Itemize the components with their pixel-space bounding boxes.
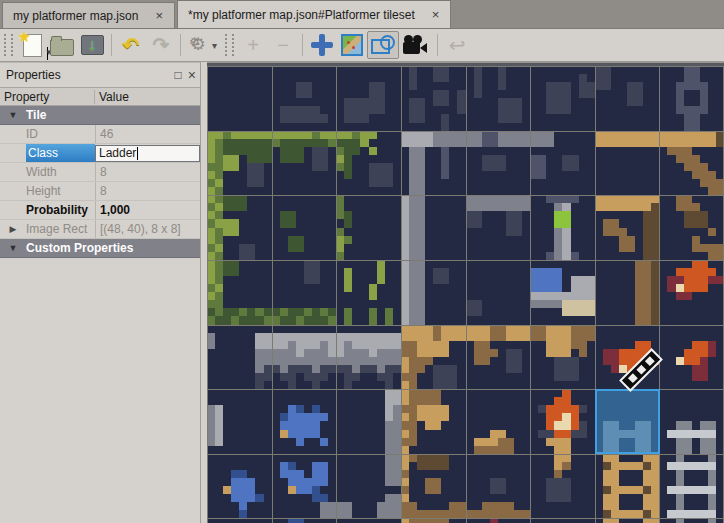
properties-panel: Properties □ × Property Value ▼ Tile ID …	[0, 62, 201, 523]
automapping-button[interactable]: ⚙ ⚙	[185, 31, 211, 59]
float-panel-icon[interactable]: □	[175, 69, 182, 81]
tab-label: my platformer map.json	[13, 9, 138, 23]
class-value-input[interactable]: Ladder	[95, 145, 200, 162]
plus-icon: +	[247, 35, 259, 55]
tileset-view[interactable]	[207, 62, 724, 523]
tile-animation-editor-button[interactable]	[399, 31, 433, 59]
folder-icon	[50, 39, 74, 56]
group-label: Custom Properties	[26, 241, 133, 255]
property-row-probability[interactable]: Probability 1,000	[0, 201, 200, 220]
property-row-class[interactable]: Class Ladder	[0, 144, 200, 163]
toolbar-grip-handle[interactable]	[225, 34, 234, 56]
property-row-id[interactable]: ID 46	[0, 125, 200, 144]
map-image-icon	[341, 34, 363, 56]
minus-icon: −	[277, 35, 289, 55]
new-file-button[interactable]: ★ ▾	[17, 31, 47, 59]
tab-tileset-document[interactable]: *my platformer map.json#Platformer tiles…	[177, 0, 451, 28]
property-label: Height	[26, 182, 95, 200]
save-button[interactable]: ↓	[77, 31, 107, 59]
tile-collision-editor-button[interactable]	[367, 31, 399, 59]
property-value: [(48, 40), 8 x 8]	[95, 220, 200, 238]
app-window: { "tabs": [ {"label": "my platformer map…	[0, 0, 724, 523]
property-label: Class	[26, 144, 95, 162]
text-caret	[137, 147, 138, 160]
back-to-map-button[interactable]: ↩	[442, 31, 472, 59]
close-panel-icon[interactable]: ×	[188, 69, 196, 81]
property-row-width[interactable]: Width 8	[0, 163, 200, 182]
property-row-image-rect[interactable]: ▶ Image Rect [(48, 40), 8 x 8]	[0, 220, 200, 239]
property-label: Width	[26, 163, 95, 181]
property-value: 8	[95, 163, 200, 181]
property-label: Probability	[26, 201, 95, 219]
edit-tileset-button[interactable]	[337, 31, 367, 59]
tab-label: *my platformer map.json#Platformer tiles…	[188, 8, 415, 22]
shapes-icon	[371, 35, 395, 55]
close-icon[interactable]: ×	[152, 9, 166, 22]
redo-button[interactable]: ↷	[146, 31, 176, 59]
property-value: 8	[95, 182, 200, 200]
input-text: Ladder	[99, 146, 136, 160]
return-arrow-icon: ↩	[449, 35, 466, 55]
group-row-tile[interactable]: ▼ Tile	[0, 106, 200, 125]
star-icon: ★	[18, 28, 31, 46]
expand-triangle-icon[interactable]: ▶	[0, 220, 26, 238]
movie-camera-icon	[403, 35, 429, 55]
new-file-icon: ★ ▾	[23, 34, 42, 57]
select-move-tool-button[interactable]	[307, 31, 337, 59]
move-arrows-icon	[311, 34, 333, 56]
zoom-in-button[interactable]: +	[238, 31, 268, 59]
collapse-triangle-icon[interactable]: ▼	[0, 243, 26, 253]
property-row-height[interactable]: Height 8	[0, 182, 200, 201]
gear-icon: ⚙	[189, 35, 200, 49]
properties-panel-titlebar[interactable]: Properties □ ×	[0, 62, 200, 87]
close-icon[interactable]: ×	[429, 8, 443, 21]
properties-header-row: Property Value	[0, 87, 200, 106]
property-value: 1,000	[95, 201, 200, 219]
property-label: ID	[26, 125, 95, 143]
chevron-down-icon[interactable]: ▾	[212, 40, 217, 51]
column-header-value[interactable]: Value	[95, 90, 200, 104]
toolbar-separator	[302, 34, 303, 56]
document-tab-bar: my platformer map.json × *my platformer …	[0, 0, 724, 29]
property-label: Image Rect	[26, 220, 95, 238]
zoom-out-button[interactable]: −	[268, 31, 298, 59]
column-header-property[interactable]: Property	[0, 90, 95, 104]
undo-icon: ↶	[123, 35, 140, 55]
toolbar-separator	[437, 34, 438, 56]
circle-icon	[380, 35, 395, 50]
tileset-canvas[interactable]	[207, 66, 724, 523]
redo-icon: ↷	[153, 35, 170, 55]
open-file-button[interactable]	[47, 31, 77, 59]
collapse-triangle-icon[interactable]: ▼	[0, 110, 26, 120]
toolbar-separator	[111, 34, 112, 56]
property-value: 46	[95, 125, 200, 143]
tab-map-document[interactable]: my platformer map.json ×	[2, 2, 175, 28]
undo-button[interactable]: ↶	[116, 31, 146, 59]
group-row-custom-properties[interactable]: ▼ Custom Properties	[0, 239, 200, 258]
main-toolbar: ★ ▾ ↓ ↶ ↷ ⚙ ⚙ ▾ + −	[0, 29, 724, 62]
save-disk-icon: ↓	[81, 35, 104, 55]
down-arrow-icon: ↓	[88, 38, 96, 52]
toolbar-separator	[180, 34, 181, 56]
group-label: Tile	[26, 108, 46, 122]
panel-title: Properties	[6, 68, 61, 82]
toolbar-grip-handle[interactable]	[4, 34, 13, 56]
